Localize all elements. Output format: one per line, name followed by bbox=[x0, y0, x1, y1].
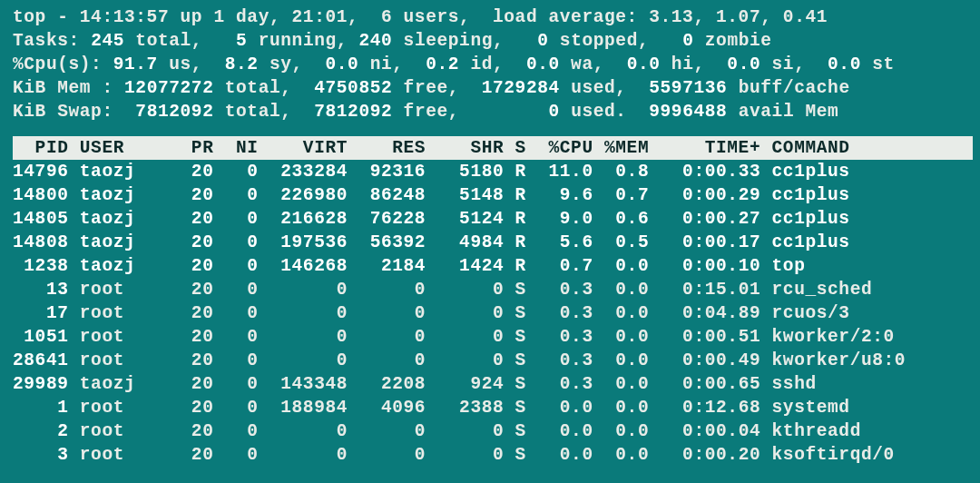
process-row[interactable]: 1051 root 20 0 0 0 0 S 0.3 0.0 0:00.51 k… bbox=[13, 325, 973, 349]
terminal-screen[interactable]: top - 14:13:57 up 1 day, 21:01, 6 users,… bbox=[0, 0, 980, 467]
cpu-id: 0.2 bbox=[426, 54, 459, 74]
cell-pid: 14805 bbox=[13, 209, 69, 229]
process-list: 14796 taozj 20 0 233284 92316 5180 R 11.… bbox=[13, 160, 973, 467]
swap-total: 7812092 bbox=[135, 102, 213, 122]
process-row[interactable]: 1 root 20 0 188984 4096 2388 S 0.0 0.0 0… bbox=[13, 396, 973, 419]
swap-free: 7812092 bbox=[314, 102, 392, 122]
process-row[interactable]: 3 root 20 0 0 0 0 S 0.0 0.0 0:00.20 ksof… bbox=[13, 443, 973, 467]
cell-pid: 17 bbox=[13, 303, 69, 323]
process-row[interactable]: 14808 taozj 20 0 197536 56392 4984 R 5.6… bbox=[13, 231, 973, 254]
process-row[interactable]: 2 root 20 0 0 0 0 S 0.0 0.0 0:00.04 kthr… bbox=[13, 419, 973, 443]
cpu-st: 0.0 bbox=[828, 54, 861, 74]
cell-pid: 1238 bbox=[13, 256, 69, 276]
cell-rest: root 20 0 188984 4096 2388 S 0.0 0.0 0:1… bbox=[69, 398, 850, 418]
cell-pid: 14796 bbox=[13, 162, 69, 182]
cell-rest: taozj 20 0 143348 2208 924 S 0.3 0.0 0:0… bbox=[69, 374, 817, 394]
cell-rest: taozj 20 0 197536 56392 4984 R 5.6 0.5 0… bbox=[69, 232, 850, 252]
tasks-running: 5 bbox=[236, 31, 247, 51]
cell-rest: taozj 20 0 216628 76228 5124 R 9.0 0.6 0… bbox=[69, 209, 850, 229]
cell-rest: root 20 0 0 0 0 S 0.0 0.0 0:00.04 kthrea… bbox=[69, 421, 861, 441]
summary-line-uptime: top - 14:13:57 up 1 day, 21:01, 6 users,… bbox=[13, 5, 973, 29]
tasks-zombie: 0 bbox=[682, 31, 693, 51]
cell-rest: taozj 20 0 233284 92316 5180 R 11.0 0.8 … bbox=[69, 162, 850, 182]
process-row[interactable]: 17 root 20 0 0 0 0 S 0.3 0.0 0:04.89 rcu… bbox=[13, 301, 973, 325]
mem-total: 12077272 bbox=[124, 78, 213, 98]
summary-line-cpu: %Cpu(s): 91.7 us, 8.2 sy, 0.0 ni, 0.2 id… bbox=[13, 53, 973, 76]
column-headers: PID USER PR NI VIRT RES SHR S %CPU %MEM … bbox=[13, 136, 973, 160]
cell-pid: 1 bbox=[13, 398, 69, 418]
tasks-stopped: 0 bbox=[537, 31, 548, 51]
process-row[interactable]: 1238 taozj 20 0 146268 2184 1424 R 0.7 0… bbox=[13, 254, 973, 278]
cell-pid: 14800 bbox=[13, 185, 69, 205]
cell-pid: 13 bbox=[13, 280, 69, 300]
tasks-total: 245 bbox=[91, 31, 124, 51]
cpu-wa: 0.0 bbox=[526, 54, 560, 74]
swap-used: 0 bbox=[549, 102, 560, 122]
mem-free: 4750852 bbox=[314, 78, 392, 98]
swap-avail: 9996488 bbox=[649, 102, 727, 122]
mem-buff: 5597136 bbox=[649, 78, 727, 98]
cpu-sy: 8.2 bbox=[225, 54, 259, 74]
cpu-us: 91.7 bbox=[113, 54, 158, 74]
tasks-sleeping: 240 bbox=[358, 31, 392, 51]
cell-pid: 2 bbox=[13, 421, 69, 441]
cell-pid: 1051 bbox=[13, 327, 69, 347]
cpu-ni: 0.0 bbox=[325, 54, 358, 74]
summary-line-tasks: Tasks: 245 total, 5 running, 240 sleepin… bbox=[13, 29, 973, 53]
cell-rest: root 20 0 0 0 0 S 0.3 0.0 0:04.89 rcuos/… bbox=[69, 303, 850, 323]
process-row[interactable]: 13 root 20 0 0 0 0 S 0.3 0.0 0:15.01 rcu… bbox=[13, 278, 973, 301]
cell-pid: 3 bbox=[13, 445, 69, 465]
cell-rest: root 20 0 0 0 0 S 0.3 0.0 0:00.49 kworke… bbox=[69, 350, 906, 370]
cell-pid: 29989 bbox=[13, 374, 69, 394]
cpu-si: 0.0 bbox=[727, 54, 760, 74]
mem-used: 1729284 bbox=[482, 78, 560, 98]
cell-rest: root 20 0 0 0 0 S 0.3 0.0 0:00.51 kworke… bbox=[69, 327, 895, 347]
summary-line-mem: KiB Mem : 12077272 total, 4750852 free, … bbox=[13, 76, 973, 100]
summary-line-swap: KiB Swap: 7812092 total, 7812092 free, 0… bbox=[13, 100, 973, 123]
cell-pid: 14808 bbox=[13, 232, 69, 252]
cell-rest: taozj 20 0 226980 86248 5148 R 9.6 0.7 0… bbox=[69, 185, 850, 205]
cell-pid: 28641 bbox=[13, 350, 69, 370]
cpu-hi: 0.0 bbox=[627, 54, 661, 74]
process-row[interactable]: 29989 taozj 20 0 143348 2208 924 S 0.3 0… bbox=[13, 372, 973, 396]
process-row[interactable]: 14805 taozj 20 0 216628 76228 5124 R 9.0… bbox=[13, 207, 973, 231]
cell-rest: root 20 0 0 0 0 S 0.3 0.0 0:15.01 rcu_sc… bbox=[69, 280, 873, 300]
process-row[interactable]: 28641 root 20 0 0 0 0 S 0.3 0.0 0:00.49 … bbox=[13, 349, 973, 372]
cell-rest: taozj 20 0 146268 2184 1424 R 0.7 0.0 0:… bbox=[69, 256, 806, 276]
cell-rest: root 20 0 0 0 0 S 0.0 0.0 0:00.20 ksofti… bbox=[69, 445, 895, 465]
process-row[interactable]: 14800 taozj 20 0 226980 86248 5148 R 9.6… bbox=[13, 183, 973, 207]
process-row[interactable]: 14796 taozj 20 0 233284 92316 5180 R 11.… bbox=[13, 160, 973, 183]
